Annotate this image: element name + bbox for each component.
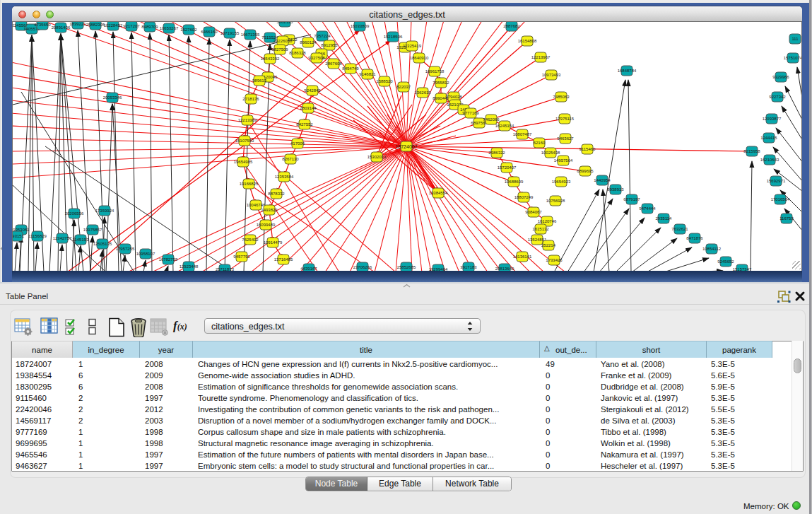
svg-text:25882305: 25882305 bbox=[86, 23, 105, 27]
svg-text:18807249: 18807249 bbox=[514, 195, 534, 199]
svg-text:10025438: 10025438 bbox=[541, 151, 560, 155]
svg-text:1362615: 1362615 bbox=[414, 90, 431, 95]
svg-text:62160: 62160 bbox=[534, 141, 546, 145]
svg-text:6466160: 6466160 bbox=[201, 30, 218, 34]
svg-text:2718176: 2718176 bbox=[242, 97, 259, 101]
svg-text:12213369: 12213369 bbox=[238, 118, 257, 122]
svg-text:9115460: 9115460 bbox=[579, 147, 596, 151]
svg-text:9457791: 9457791 bbox=[233, 255, 250, 259]
svg-text:20206556: 20206556 bbox=[65, 211, 84, 216]
svg-text:15720407: 15720407 bbox=[498, 165, 517, 170]
svg-text:8267130: 8267130 bbox=[282, 157, 299, 161]
svg-text:16210643: 16210643 bbox=[760, 158, 779, 162]
svg-text:10807487: 10807487 bbox=[513, 132, 532, 136]
svg-text:2935114: 2935114 bbox=[656, 216, 673, 221]
svg-text:8912955: 8912955 bbox=[321, 43, 338, 47]
svg-text:25852685: 25852685 bbox=[397, 265, 416, 269]
svg-text:19654923: 19654923 bbox=[552, 180, 571, 184]
svg-text:20053346: 20053346 bbox=[103, 95, 122, 100]
svg-text:12923448: 12923448 bbox=[180, 264, 199, 269]
svg-text:19299464: 19299464 bbox=[429, 267, 448, 271]
svg-text:11156829: 11156829 bbox=[28, 234, 47, 238]
svg-text:1839221: 1839221 bbox=[69, 22, 86, 26]
svg-text:17975115: 17975115 bbox=[555, 117, 575, 121]
svg-text:16245154: 16245154 bbox=[495, 124, 514, 128]
svg-text:9217207: 9217207 bbox=[123, 24, 140, 28]
svg-text:1527602: 1527602 bbox=[180, 28, 197, 32]
svg-text:12213967: 12213967 bbox=[531, 55, 551, 59]
svg-text:25711873: 25711873 bbox=[216, 267, 235, 271]
svg-text:9327508: 9327508 bbox=[308, 56, 325, 60]
svg-text:9777169: 9777169 bbox=[462, 111, 479, 115]
svg-text:10914479: 10914479 bbox=[264, 240, 283, 245]
svg-text:18640910: 18640910 bbox=[410, 56, 429, 60]
svg-text:9242845: 9242845 bbox=[304, 88, 321, 93]
svg-text:17957255: 17957255 bbox=[116, 247, 135, 251]
svg-text:9245652: 9245652 bbox=[717, 259, 734, 264]
svg-text:4439167: 4439167 bbox=[300, 267, 317, 271]
svg-text:393151: 393151 bbox=[13, 234, 25, 238]
svg-text:12342757: 12342757 bbox=[53, 236, 72, 240]
svg-text:16120746: 16120746 bbox=[538, 219, 557, 223]
svg-text:15157347: 15157347 bbox=[733, 267, 752, 271]
svg-text:23226058: 23226058 bbox=[273, 39, 293, 43]
svg-text:19166825: 19166825 bbox=[240, 182, 259, 186]
svg-text:8878332: 8878332 bbox=[268, 192, 285, 196]
svg-text:8427552: 8427552 bbox=[296, 122, 313, 127]
svg-text:15302013: 15302013 bbox=[367, 155, 387, 159]
svg-text:4735650: 4735650 bbox=[34, 23, 51, 27]
svg-text:16543392: 16543392 bbox=[261, 57, 280, 61]
svg-text:9146821: 9146821 bbox=[359, 72, 376, 76]
svg-text:16848784: 16848784 bbox=[618, 69, 637, 73]
svg-text:7955812: 7955812 bbox=[433, 81, 449, 85]
svg-text:9474444: 9474444 bbox=[639, 206, 656, 211]
svg-text:989613: 989613 bbox=[252, 78, 267, 83]
svg-text:19654985: 19654985 bbox=[234, 160, 253, 164]
svg-text:6899695: 6899695 bbox=[577, 169, 594, 173]
svg-text:10854112: 10854112 bbox=[702, 247, 722, 251]
svg-text:417006: 417006 bbox=[290, 141, 305, 146]
svg-text:111: 111 bbox=[792, 37, 799, 41]
svg-text:10756928: 10756928 bbox=[546, 199, 565, 203]
svg-text:8489709: 8489709 bbox=[141, 25, 158, 29]
svg-text:9084067: 9084067 bbox=[525, 210, 542, 214]
svg-text:252214: 252214 bbox=[541, 243, 556, 247]
svg-text:9463627: 9463627 bbox=[557, 136, 574, 141]
svg-text:7485063: 7485063 bbox=[553, 95, 570, 99]
svg-text:1244415: 1244415 bbox=[760, 136, 777, 140]
svg-text:18724007: 18724007 bbox=[395, 144, 417, 149]
svg-text:11325419: 11325419 bbox=[403, 44, 422, 48]
svg-text:19218506: 19218506 bbox=[384, 35, 403, 39]
svg-text:15751074: 15751074 bbox=[784, 56, 801, 60]
svg-text:10688609: 10688609 bbox=[505, 180, 524, 184]
svg-text:2986322: 2986322 bbox=[488, 151, 505, 155]
svg-text:16782759: 16782759 bbox=[159, 257, 178, 262]
svg-text:8454749: 8454749 bbox=[342, 66, 359, 71]
svg-text:12093877: 12093877 bbox=[763, 117, 782, 121]
svg-text:1615132: 1615132 bbox=[532, 227, 549, 231]
svg-text:23706266: 23706266 bbox=[353, 265, 372, 269]
svg-text:10228452: 10228452 bbox=[104, 23, 123, 28]
svg-text:17016504: 17016504 bbox=[771, 197, 790, 201]
svg-text:1440954: 1440954 bbox=[594, 178, 611, 182]
svg-text:19384554: 19384554 bbox=[429, 191, 448, 195]
svg-text:10719155: 10719155 bbox=[220, 31, 240, 35]
svg-text:7462066: 7462066 bbox=[483, 117, 500, 122]
svg-text:8960124: 8960124 bbox=[300, 40, 317, 45]
svg-text:9329966: 9329966 bbox=[772, 75, 789, 79]
svg-text:1145193: 1145193 bbox=[73, 238, 90, 242]
svg-text:2887682: 2887682 bbox=[503, 24, 520, 28]
svg-text:10046746: 10046746 bbox=[247, 203, 266, 207]
svg-text:10958107: 10958107 bbox=[136, 252, 155, 256]
svg-text:16961758: 16961758 bbox=[425, 69, 445, 74]
svg-text:15692971: 15692971 bbox=[767, 179, 786, 183]
svg-text:116753: 116753 bbox=[779, 216, 794, 221]
svg-text:20891406: 20891406 bbox=[52, 25, 71, 30]
svg-text:14136141: 14136141 bbox=[513, 255, 532, 259]
svg-text:2803144: 2803144 bbox=[300, 106, 317, 110]
svg-text:7625402: 7625402 bbox=[242, 238, 259, 242]
svg-text:16671355: 16671355 bbox=[241, 33, 260, 37]
svg-text:5682115: 5682115 bbox=[277, 22, 294, 24]
svg-text:17359924: 17359924 bbox=[95, 209, 114, 213]
svg-text:8215958: 8215958 bbox=[743, 149, 760, 153]
